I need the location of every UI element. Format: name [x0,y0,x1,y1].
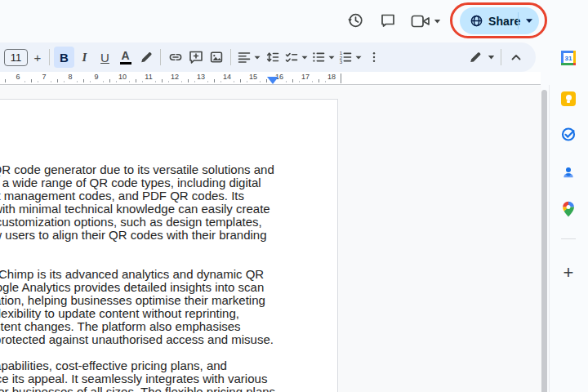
ruler-tick [103,81,104,82]
ruler-number: 8 [64,73,77,81]
editing-mode-button[interactable] [466,47,497,68]
add-comment-button[interactable] [185,47,206,68]
ruler[interactable]: 6789101112131415161718 [0,72,541,85]
doc-text-line[interactable]: ven users with minimal technical knowled… [0,203,270,216]
ruler-tick [83,79,84,82]
ruler-tick [312,81,313,82]
ruler-tick [168,81,169,82]
document-page[interactable]: a top-tier QR code generator due to its … [0,99,338,392]
doc-text-line[interactable]: extensive customization options, such as… [0,216,262,229]
doc-text-line[interactable]: ames, allow users to align their QR code… [0,229,267,242]
share-button-label: Share [488,15,520,28]
ruler-tick [286,81,287,82]
insert-image-icon [209,50,224,65]
ruler-tick [31,79,32,82]
tasks-icon [560,126,577,142]
sidebar-item-tasks[interactable] [549,122,588,145]
caret-down-icon [301,56,308,60]
edit-mode-pencil-icon [468,50,483,65]
add-comment-icon [188,49,204,65]
ruler-tick [299,81,300,82]
doc-text-line[interactable]: of QRCodeChimp is its advanced analytics… [0,268,264,281]
get-addons-button[interactable]: + [549,261,588,284]
ruler-number: 18 [325,73,338,81]
doc-text-line[interactable]: rice information, helping businesses opt… [0,294,265,307]
text-color-icon: A [120,50,131,65]
ruler-tick [188,79,189,82]
collapse-toolbar-button[interactable] [506,47,526,68]
bold-button[interactable]: B [54,47,74,68]
comment-icon [380,12,396,29]
doc-text-line[interactable]: odes, event management codes, and PDF QR… [0,189,244,203]
sidebar-item-maps[interactable] [549,198,588,220]
collapse-toolbar-icon [508,49,524,65]
video-call-button[interactable] [408,11,443,31]
doc-text-line[interactable]: ing and content changes. The platform al… [0,320,241,333]
toolbar-divider [160,49,161,65]
ruler-tick [247,81,247,82]
doc-text-line[interactable]: g its utility for businesses of all size… [0,385,275,392]
font-size-input[interactable]: 11 [4,49,28,66]
ruler-tick [207,81,208,82]
toolbar-divider [230,49,231,65]
align-button[interactable] [235,47,262,68]
caret-down-icon [355,56,362,60]
globe-icon [470,15,483,27]
highlight-color-button[interactable] [136,47,156,68]
doc-text-line[interactable]: a top-tier QR code generator due to its … [0,163,274,176]
caret-down-icon [328,56,335,60]
caret-down-icon [254,56,261,60]
sidebar-item-keep[interactable] [549,87,588,110]
version-history-icon [346,11,364,29]
doc-text-line[interactable]: codes are protected against unauthorised… [0,333,274,346]
ruler-number: 12 [168,73,181,81]
toolbar-divider [49,49,50,65]
checklist-icon [284,50,299,65]
indent-marker[interactable] [267,77,278,84]
italic-button[interactable]: I [74,47,95,68]
align-left-icon [237,50,252,65]
text-color-button[interactable]: A [115,47,136,68]
ruler-number: 11 [142,73,155,81]
doc-text-line[interactable]: tform offers a wide range of QR code typ… [0,176,261,189]
more-options-button[interactable] [363,47,384,68]
ruler-tick [77,81,78,82]
numbered-list-button[interactable]: 1 2 3 [336,47,363,68]
underline-button[interactable]: U [95,47,115,68]
insert-image-button[interactable] [206,47,226,68]
plus-icon: + [564,262,574,283]
ruler-tick [64,81,65,82]
vertical-scrollbar[interactable] [541,90,547,392]
ruler-tick [136,79,136,82]
ruler-tick [142,81,143,82]
ruler-tick [129,81,130,82]
open-comments-button[interactable] [378,11,398,30]
doc-text-line[interactable]: tegration capabilities, cost-effective p… [0,359,227,372]
more-icon [367,50,381,65]
video-call-icon [411,14,430,29]
checklist-button[interactable] [283,47,310,68]
maps-icon [560,201,577,217]
document-canvas: a top-tier QR code generator due to its … [0,86,541,392]
caret-down-icon [525,18,533,24]
ruler-tick [38,81,38,82]
doc-text-line[interactable]: s offer the flexibility to update conten… [0,307,239,320]
doc-text-line[interactable]: ther enhance its appeal. It seamlessly i… [0,372,267,385]
doc-text-line[interactable]: on with Google Analytics provides detail… [0,281,264,294]
ruler-tick [109,79,110,82]
share-dropdown-button[interactable] [519,7,539,34]
increase-font-size-button[interactable]: + [30,47,45,68]
ruler-number: 7 [38,73,51,81]
sidebar-item-contacts[interactable] [549,161,588,184]
ruler-tick [5,79,6,82]
ruler-number: 14 [220,73,234,81]
version-history-button[interactable] [345,11,365,30]
bulleted-list-button[interactable] [310,47,336,68]
insert-link-button[interactable] [165,47,185,68]
ruler-tick [240,79,241,82]
share-button[interactable]: Share [460,7,518,34]
sidebar-item-calendar[interactable]: 31 [549,47,588,69]
ruler-tick [292,79,293,82]
ruler-tick [155,81,156,82]
line-spacing-button[interactable] [262,47,283,68]
